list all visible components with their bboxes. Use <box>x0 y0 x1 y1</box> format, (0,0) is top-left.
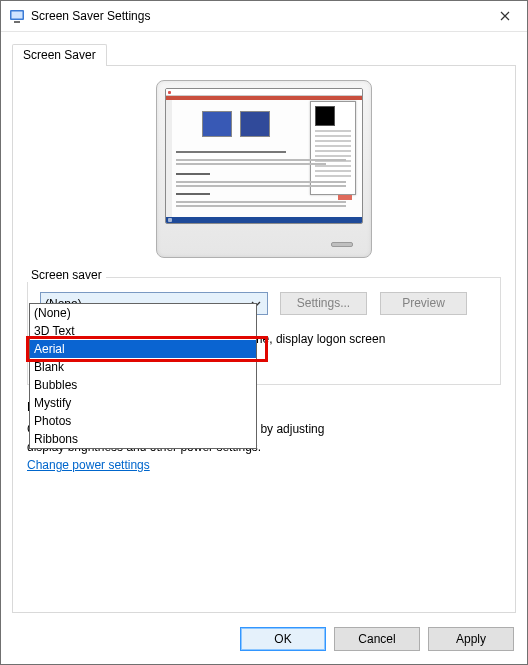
dropdown-option[interactable]: Mystify <box>30 394 256 412</box>
screen-saver-settings-window: Screen Saver Settings Screen Saver <box>0 0 528 665</box>
window-icon <box>9 8 25 24</box>
change-power-settings-link[interactable]: Change power settings <box>27 458 150 472</box>
dropdown-option[interactable]: (None) <box>30 304 256 322</box>
group-label: Screen saver <box>27 268 106 282</box>
dropdown-option[interactable]: Ribbons <box>30 430 256 448</box>
svg-rect-2 <box>14 21 20 23</box>
svg-rect-1 <box>12 12 23 19</box>
tab-strip: Screen Saver <box>12 44 107 66</box>
close-button[interactable] <box>482 1 527 31</box>
cancel-button[interactable]: Cancel <box>334 627 420 651</box>
window-title: Screen Saver Settings <box>31 9 482 23</box>
ok-button[interactable]: OK <box>240 627 326 651</box>
tab-screen-saver[interactable]: Screen Saver <box>12 44 107 66</box>
dialog-buttons: OK Cancel Apply <box>240 627 514 651</box>
dropdown-option[interactable]: 3D Text <box>30 322 256 340</box>
dropdown-option[interactable]: Bubbles <box>30 376 256 394</box>
dropdown-option[interactable]: Photos <box>30 412 256 430</box>
preview-button[interactable]: Preview <box>380 292 467 315</box>
titlebar: Screen Saver Settings <box>1 1 527 32</box>
apply-button[interactable]: Apply <box>428 627 514 651</box>
dropdown-option[interactable]: Aerial <box>30 340 256 358</box>
dropdown-option[interactable]: Blank <box>30 358 256 376</box>
monitor-preview <box>13 80 515 258</box>
screen-saver-dropdown[interactable]: (None)3D TextAerialBlankBubblesMystifyPh… <box>29 303 257 449</box>
settings-button[interactable]: Settings... <box>280 292 367 315</box>
client-area: Screen Saver <box>2 33 526 663</box>
